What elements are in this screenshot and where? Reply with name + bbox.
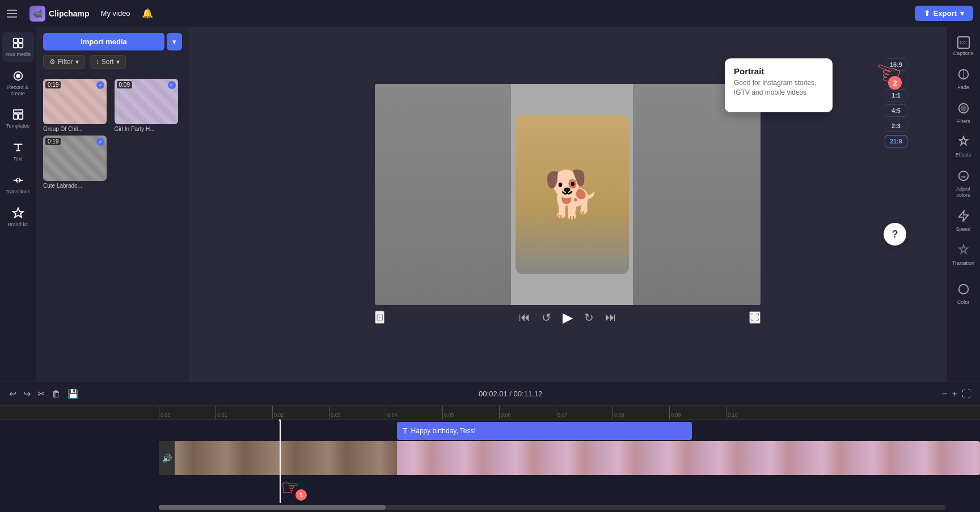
save-button[interactable]: 💾	[67, 388, 79, 399]
list-item[interactable]: 0:19 ✓ Group Of Chil...	[43, 79, 111, 132]
right-item-color[interactable]: Color	[948, 278, 979, 310]
fullscreen-button[interactable]: ⛶	[749, 311, 761, 324]
aspect-desc: Good for Instagram stories, IGTV and mob…	[734, 78, 823, 98]
list-item[interactable]: 0:09 ✓ Girl In Party H...	[115, 79, 183, 132]
ratio-2-3[interactable]: 2:3	[885, 120, 907, 132]
video-segment-1[interactable]	[159, 441, 397, 475]
cursor-annotation-bottom: ☞ 1	[281, 477, 300, 498]
forward-button[interactable]: ↻	[584, 311, 594, 324]
controls-bar: ⊡ ⏮ ↺ ▶ ↻ ⏭ ⛶	[375, 310, 761, 325]
thumb-label: Group Of Chil...	[43, 126, 111, 132]
preview-area: 🐕 ⊡ ⏮ ↺ ▶ ↻ ⏭ ⛶ Portrait Good for Instag…	[189, 27, 946, 382]
color-icon	[957, 283, 970, 298]
right-label-transition: Transition	[952, 260, 974, 266]
thumb-check: ✓	[96, 81, 104, 89]
import-dropdown-button[interactable]: ▾	[167, 33, 182, 50]
timeline-toolbar: ↩ ↪ ✂ 🗑 💾 00:02.01 / 00:11.12 − + ⛶	[0, 382, 980, 406]
timeline-area: ↩ ↪ ✂ 🗑 💾 00:02.01 / 00:11.12 − + ⛶ 0:00…	[0, 382, 980, 512]
sidebar-label-record: Record & create	[5, 84, 32, 97]
right-item-transition[interactable]: Transition	[948, 239, 979, 271]
right-item-adjust-colors[interactable]: Adjust colors	[948, 165, 979, 203]
import-media-button[interactable]: Import media	[43, 33, 164, 50]
clip-trim-button[interactable]: ⊡	[375, 311, 385, 324]
fade-icon	[957, 68, 970, 83]
right-item-filters[interactable]: Filters	[948, 98, 979, 129]
sidebar-label-brand: Brand kit	[8, 222, 28, 228]
right-item-captions[interactable]: CC Captions	[948, 32, 979, 61]
app-name: Clipchamp	[49, 9, 90, 18]
aspect-title: Portrait	[734, 66, 823, 76]
cut-button[interactable]: ✂	[37, 388, 45, 399]
hamburger-menu[interactable]	[7, 6, 23, 22]
sidebar-item-brand[interactable]: Brand kit	[2, 202, 34, 232]
notification-icon[interactable]: 🔔	[142, 8, 153, 19]
thumb-duration: 0:19	[45, 81, 61, 88]
svg-point-11	[961, 105, 966, 111]
zoom-in-button[interactable]: +	[952, 389, 957, 399]
play-button[interactable]: ▶	[563, 310, 573, 325]
text-icon	[11, 141, 25, 154]
filter-button[interactable]: ⚙ Filter ▾	[43, 55, 85, 69]
timeline-playhead	[280, 420, 281, 503]
topbar: 📹 Clipchamp My video 🔔 ⬆ Export ▾	[0, 0, 980, 27]
sidebar-item-record[interactable]: Record & create	[2, 65, 34, 101]
right-sidebar: CC Captions Fade Filters Effects Adjus	[946, 27, 980, 382]
zoom-out-button[interactable]: −	[942, 389, 947, 399]
sidebar-item-text[interactable]: Text	[2, 136, 34, 167]
list-item[interactable]: 0:19 ✓ Cute Labrado...	[43, 136, 111, 189]
skip-forward-button[interactable]: ⏭	[605, 311, 616, 324]
svg-rect-6	[13, 110, 23, 113]
track-volume-icon[interactable]: 🔊	[159, 441, 175, 475]
sidebar-item-transitions[interactable]: Transitions	[2, 169, 34, 200]
preview-right-bg	[633, 84, 761, 305]
sidebar-item-templates[interactable]: Templates	[2, 103, 34, 134]
ratio-9-1[interactable]: 9:1	[885, 74, 907, 86]
svg-rect-3	[18, 44, 22, 48]
redo-button[interactable]: ↪	[23, 388, 31, 399]
sidebar-item-your-media[interactable]: Your media	[2, 32, 34, 62]
help-button[interactable]: ?	[884, 223, 906, 246]
filters-icon	[957, 102, 970, 117]
filter-icon: ⚙	[49, 58, 56, 66]
right-item-effects[interactable]: Effects	[948, 131, 979, 163]
transitions-icon	[11, 174, 25, 187]
right-label-filters: Filters	[956, 119, 970, 125]
export-chevron-icon: ▾	[960, 9, 964, 18]
right-label-adjust-colors: Adjust colors	[951, 186, 977, 198]
ratio-21-9[interactable]: 21:9	[885, 135, 907, 147]
right-label-fade: Fade	[957, 84, 969, 91]
right-item-speed[interactable]: Speed	[948, 205, 979, 237]
right-item-fade[interactable]: Fade	[948, 64, 979, 95]
text-track[interactable]: T Happy birthday, Tess!	[397, 422, 692, 440]
skip-back-button[interactable]: ⏮	[519, 311, 530, 324]
ratio-16-9[interactable]: 16:9	[885, 58, 907, 71]
video-segment-2[interactable]	[397, 441, 980, 475]
svg-rect-0	[13, 39, 17, 43]
ratio-1-1[interactable]: 1:1	[885, 89, 907, 101]
thumb-check: ✓	[168, 81, 176, 89]
timeline-scrollbar-thumb[interactable]	[159, 505, 386, 510]
video-title[interactable]: My video	[96, 7, 135, 20]
delete-button[interactable]: 🗑	[52, 389, 61, 399]
video-track[interactable]	[159, 441, 980, 475]
media-panel: Import media ▾ ⚙ Filter ▾ ↕ Sort ▾	[36, 27, 189, 382]
media-grid: 0:19 ✓ Group Of Chil... 0:09 ✓ Girl In P…	[36, 74, 189, 193]
sidebar-label-templates: Templates	[6, 123, 29, 129]
zoom-fit-button[interactable]: ⛶	[962, 389, 971, 399]
export-button[interactable]: ⬆ Export ▾	[915, 6, 973, 21]
sort-button[interactable]: ↕ Sort ▾	[90, 55, 126, 69]
rewind-button[interactable]: ↺	[542, 311, 551, 324]
right-label-captions: Captions	[953, 50, 974, 57]
app-logo: 📹 Clipchamp	[29, 6, 90, 22]
timeline-scrollbar[interactable]	[159, 505, 946, 510]
ratio-4-5[interactable]: 4:5	[885, 104, 907, 117]
thumb-check: ✓	[96, 138, 104, 146]
preview-container: 🐕 ⊡ ⏮ ↺ ▶ ↻ ⏭ ⛶	[375, 84, 761, 325]
grid-icon	[11, 36, 25, 50]
undo-button[interactable]: ↩	[9, 388, 16, 399]
thumb-label: Girl In Party H...	[115, 126, 183, 132]
record-icon	[11, 69, 25, 83]
svg-rect-7	[13, 114, 17, 119]
filter-chevron-icon: ▾	[75, 58, 79, 66]
captions-icon: CC	[957, 36, 970, 49]
